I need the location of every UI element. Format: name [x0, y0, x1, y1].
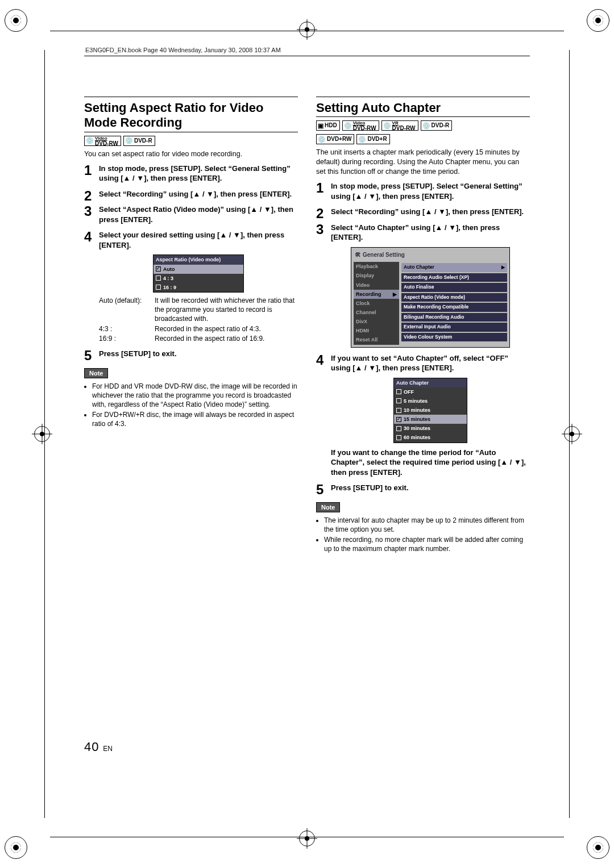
- disc-label: HDD: [325, 123, 337, 128]
- disc-label: DVD-R: [432, 123, 450, 128]
- osd-sidebar-item: DivX: [354, 317, 399, 326]
- osd-sidebar-item: Playback: [354, 262, 399, 271]
- definitions: Auto (default):It will be recorded with …: [99, 296, 298, 343]
- step-text: Select your desired setting using [▲ / ▼…: [99, 231, 284, 249]
- def-term: 16:9 :: [99, 334, 150, 343]
- hdd-icon: ▣: [318, 123, 323, 129]
- osd-option: 5 minutes: [394, 397, 467, 406]
- note-label: Note: [316, 502, 340, 512]
- gear-icon: 🛠: [355, 251, 360, 259]
- osd-sidebar-item: HDMI: [354, 326, 399, 335]
- disc-badges: 💿 Video DVD-RW 💿 DVD-R: [84, 136, 298, 146]
- osd-option-label: 5 minutes: [404, 398, 428, 404]
- registration-target-icon: [299, 22, 315, 37]
- osd-option-label: OFF: [404, 389, 414, 395]
- step: Press [SETUP] to exit.: [84, 349, 298, 359]
- checkbox-icon: [396, 389, 401, 394]
- disc-icon: 💿: [318, 136, 326, 143]
- osd-option: OFF: [394, 387, 467, 397]
- disc-badge: 💿 Video DVD-RW: [84, 136, 121, 146]
- crop-mark-icon: [5, 9, 27, 32]
- extra-instruction: If you want to change the time period fo…: [331, 448, 530, 478]
- right-column: Setting Auto Chapter ▣HDD 💿VideoDVD-RW 💿…: [316, 97, 530, 766]
- osd-option-label: 10 minutes: [404, 407, 430, 414]
- checkbox-icon: [156, 266, 161, 272]
- osd-title-label: General Setting: [363, 251, 405, 259]
- note-item: For DVD+RW/+R disc, the image will alway…: [92, 410, 298, 428]
- osd-sidebar-item: Video: [354, 281, 399, 290]
- osd-entry: Recording Audio Select (XP): [401, 273, 507, 282]
- osd-option-label: 30 minutes: [404, 425, 430, 432]
- disc-badges: 💿DVD+RW 💿DVD+R: [316, 134, 530, 144]
- disc-badge: 💿 DVD-R: [123, 136, 155, 146]
- registration-target-icon: [34, 426, 50, 442]
- osd-option: 60 minutes: [394, 433, 467, 442]
- osd-entry: Auto Chapter: [401, 263, 507, 272]
- osd-entry: Make Recording Compatible: [401, 303, 507, 311]
- disc-badges: ▣HDD 💿VideoDVD-RW 💿VRDVD-RW 💿DVD-R: [316, 120, 530, 131]
- disc-badge: 💿VRDVD-RW: [381, 120, 418, 131]
- disc-label: DVD-R: [134, 138, 152, 144]
- checkbox-icon: [396, 435, 401, 440]
- checkbox-icon: [396, 408, 401, 413]
- osd-sidebar-item: Reset All: [354, 335, 399, 344]
- disc-icon: 💿: [125, 137, 133, 144]
- osd-entry: Bilingual Recording Audio: [401, 313, 507, 322]
- page-number-value: 40: [84, 740, 99, 754]
- page-number: 40 EN: [84, 740, 113, 754]
- osd-option: 4 : 3: [154, 274, 243, 283]
- disc-label: DVD+RW: [327, 136, 351, 142]
- note-item: While recording, no more chapter mark wi…: [324, 535, 530, 553]
- checkbox-icon: [396, 398, 401, 403]
- page-rule: [50, 31, 564, 31]
- disc-label: DVD-RW: [392, 125, 416, 131]
- registration-target-icon: [564, 426, 580, 442]
- osd-sidebar-item: Display: [354, 271, 399, 280]
- note-label: Note: [84, 368, 108, 378]
- osd-option: 10 minutes: [394, 406, 467, 415]
- book-metadata-line: E3NG0FD_EN.book Page 40 Wednesday, Janua…: [85, 47, 281, 53]
- checkbox-icon: [156, 276, 161, 281]
- osd-entry: Video Colour System: [401, 333, 507, 341]
- page-content: Setting Aspect Ratio for Video Mode Reco…: [84, 97, 530, 766]
- disc-label: DVD+R: [367, 136, 387, 142]
- osd-general-setting: 🛠General Setting Playback Display Video …: [351, 247, 510, 348]
- step: If you want to set “Auto Chapter” off, s…: [316, 353, 530, 478]
- step: Select “Aspect Ratio (Video mode)” using…: [84, 205, 298, 224]
- disc-badge: ▣HDD: [316, 120, 340, 131]
- osd-option-label: 4 : 3: [163, 275, 173, 282]
- osd-auto-chapter-menu: Auto Chapter OFF 5 minutes 10 minutes 15…: [393, 378, 467, 443]
- disc-label: DVD-RW: [353, 125, 376, 131]
- def-term: 4:3 :: [99, 324, 150, 333]
- checkbox-icon: [396, 417, 401, 422]
- lead-text: The unit inserts a chapter mark periodic…: [316, 148, 530, 177]
- page-rule: [44, 50, 45, 818]
- disc-icon: 💿: [358, 136, 366, 143]
- def-val: Recorded in the aspect ratio of 16:9.: [155, 334, 298, 343]
- osd-entry: External Input Audio: [401, 323, 507, 331]
- disc-label: DVD-RW: [95, 140, 118, 147]
- def-val: It will be recorded with whichever the r…: [155, 296, 298, 324]
- note-list: For HDD and VR mode DVD-RW disc, the ima…: [84, 382, 298, 429]
- section-title: Setting Aspect Ratio for Video Mode Reco…: [84, 97, 298, 131]
- osd-aspect-ratio-menu: Aspect Ratio (Video mode) Auto 4 : 3 16 …: [153, 254, 244, 293]
- disc-icon: 💿: [86, 137, 94, 144]
- osd-option-label: 15 minutes: [404, 416, 430, 423]
- osd-entry: Aspect Ratio (Video mode): [401, 293, 507, 302]
- step-text: If you want to set “Auto Chapter” off, s…: [331, 354, 508, 373]
- def-term: Auto (default):: [99, 296, 150, 324]
- osd-sidebar-item: Recording: [354, 290, 399, 299]
- disc-badge: 💿DVD-R: [421, 120, 453, 131]
- crop-mark-icon: [587, 836, 609, 859]
- note-item: The interval for auto chapter may be up …: [324, 516, 530, 534]
- page-lang: EN: [103, 745, 113, 753]
- disc-badge: 💿VideoDVD-RW: [342, 120, 379, 131]
- osd-entry-list: Auto Chapter Recording Audio Select (XP)…: [401, 262, 507, 344]
- page-rule: [50, 837, 564, 837]
- section-title: Setting Auto Chapter: [316, 97, 530, 115]
- chevron-right-icon: [393, 291, 397, 298]
- note-list: The interval for auto chapter may be up …: [316, 516, 530, 554]
- crop-mark-icon: [5, 836, 27, 859]
- disc-icon: 💿: [383, 123, 391, 129]
- note-item: For HDD and VR mode DVD-RW disc, the ima…: [92, 382, 298, 410]
